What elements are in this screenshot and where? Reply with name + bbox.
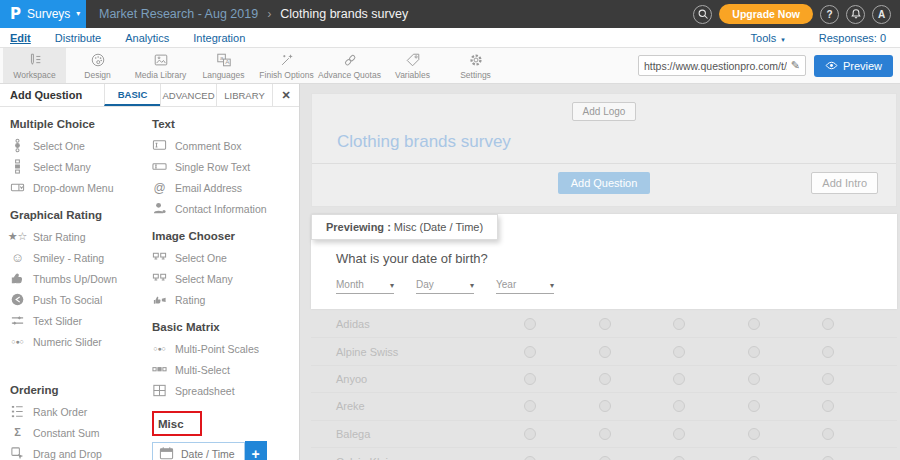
radio-button[interactable]: [673, 428, 685, 440]
add-intro-button[interactable]: Add Intro: [811, 172, 878, 194]
tab-library[interactable]: LIBRARY: [216, 84, 272, 106]
qtype-email-address[interactable]: @Email Address: [152, 177, 299, 198]
radio-button[interactable]: [524, 318, 536, 330]
share-url-field[interactable]: https://www.questionpro.com/t/APNrfZ ✎: [638, 55, 806, 76]
tab-edit[interactable]: Edit: [10, 31, 31, 44]
toolbar-media-library[interactable]: Media Library: [129, 48, 192, 83]
qtype-rank-order[interactable]: Rank Order: [10, 401, 138, 422]
radio-button[interactable]: [599, 373, 611, 385]
radio-button[interactable]: [673, 373, 685, 385]
qtype-multi-point-scales[interactable]: ○●○Multi-Point Scales: [152, 338, 299, 359]
qtype-contact-information[interactable]: Contact Information: [152, 198, 299, 219]
radio-button[interactable]: [822, 373, 834, 385]
brand-row-label: Areke: [311, 400, 493, 412]
radio-button[interactable]: [673, 318, 685, 330]
radio-button[interactable]: [748, 456, 760, 460]
radio-button[interactable]: [822, 400, 834, 412]
qtype-thumbs-up-down[interactable]: Thumbs Up/Down: [10, 268, 138, 289]
radio-button[interactable]: [822, 456, 834, 460]
edit-pencil-icon[interactable]: ✎: [791, 59, 800, 72]
qtype-dropdown-menu[interactable]: Drop-down Menu: [10, 177, 138, 198]
tab-analytics[interactable]: Analytics: [125, 31, 169, 44]
radio-button[interactable]: [524, 346, 536, 358]
qtype-single-row-text[interactable]: Single Row Text: [152, 156, 299, 177]
radio-button[interactable]: [748, 373, 760, 385]
thumb-icon: [10, 271, 25, 286]
matrix-cell: [568, 318, 643, 330]
qtype-text-slider[interactable]: Text Slider: [10, 310, 138, 331]
qtype-select-one[interactable]: Select One: [10, 135, 138, 156]
add-logo-button[interactable]: Add Logo: [572, 102, 637, 121]
toolbar-finish-options[interactable]: Finish Options: [255, 48, 318, 83]
single-row-icon: [152, 159, 167, 174]
qtype-image-select-many[interactable]: Select Many: [152, 268, 299, 289]
breadcrumb-separator-icon: ›: [267, 7, 271, 21]
radio-button[interactable]: [524, 428, 536, 440]
qtype-constant-sum[interactable]: ΣConstant Sum: [10, 422, 138, 443]
toolbar-advance-quotas[interactable]: Advance Quotas: [318, 48, 381, 83]
tab-advanced[interactable]: ADVANCED: [160, 84, 216, 106]
radio-button[interactable]: [822, 318, 834, 330]
qtype-image-rating[interactable]: Rating: [152, 289, 299, 310]
qtype-comment-box[interactable]: Comment Box: [152, 135, 299, 156]
toolbar-design[interactable]: Design: [66, 48, 129, 83]
qtype-date-time[interactable]: Date / Time: [152, 442, 245, 460]
close-icon[interactable]: ✕: [272, 84, 299, 106]
toolbar-languages[interactable]: Languages: [192, 48, 255, 83]
tools-menu[interactable]: Tools ▾: [751, 32, 785, 44]
nav-bar: Edit Distribute Analytics Integration To…: [0, 28, 900, 48]
radio-button[interactable]: [524, 400, 536, 412]
radio-button[interactable]: [599, 400, 611, 412]
radio-button[interactable]: [748, 346, 760, 358]
add-date-time-button[interactable]: +: [245, 441, 267, 460]
tab-distribute[interactable]: Distribute: [55, 31, 101, 44]
section-text: Text: [152, 118, 299, 130]
survey-header-section: Add Logo Clothing brands survey Add Ques…: [311, 93, 897, 207]
radio-button[interactable]: [599, 428, 611, 440]
upgrade-now-button[interactable]: Upgrade Now: [719, 4, 813, 24]
radio-button[interactable]: [524, 373, 536, 385]
radio-button[interactable]: [673, 456, 685, 460]
toolbar-variables[interactable]: Variables: [381, 48, 444, 83]
survey-title[interactable]: Clothing brands survey: [312, 121, 896, 163]
qtype-multi-select[interactable]: Multi-Select: [152, 359, 299, 380]
preview-button[interactable]: Preview: [814, 55, 893, 77]
radio-button[interactable]: [748, 428, 760, 440]
tab-integration[interactable]: Integration: [193, 31, 245, 44]
month-select[interactable]: Month▾: [336, 279, 394, 294]
matrix-cell: [642, 346, 717, 358]
avatar[interactable]: A: [872, 5, 891, 24]
responses-count[interactable]: Responses: 0: [819, 32, 886, 44]
add-question-button[interactable]: Add Question: [558, 172, 651, 194]
qtype-push-to-social[interactable]: Push To Social: [10, 289, 138, 310]
toolbar-workspace[interactable]: Workspace: [3, 48, 66, 83]
product-switcher[interactable]: P Surveys ▾: [0, 0, 86, 28]
radio-button[interactable]: [822, 428, 834, 440]
radio-button[interactable]: [599, 346, 611, 358]
section-misc: Misc: [158, 418, 184, 430]
radio-button[interactable]: [599, 318, 611, 330]
toolbar-settings[interactable]: Settings: [444, 48, 507, 83]
radio-button[interactable]: [673, 346, 685, 358]
qtype-spreadsheet[interactable]: Spreadsheet: [152, 380, 299, 401]
radio-button[interactable]: [524, 456, 536, 460]
qtype-image-select-one[interactable]: Select One: [152, 247, 299, 268]
qtype-smiley-rating[interactable]: ☺Smiley - Rating: [10, 247, 138, 268]
breadcrumb-parent[interactable]: Market Research - Aug 2019: [99, 7, 258, 21]
help-button[interactable]: ?: [820, 5, 839, 24]
radio-button[interactable]: [673, 400, 685, 412]
radio-button[interactable]: [822, 346, 834, 358]
qtype-select-many[interactable]: Select Many: [10, 156, 138, 177]
search-button[interactable]: [693, 5, 712, 24]
tab-basic[interactable]: BASIC: [104, 84, 160, 106]
qtype-drag-and-drop[interactable]: Drag and Drop: [10, 443, 138, 460]
matrix-cell: [642, 400, 717, 412]
notifications-button[interactable]: [846, 5, 865, 24]
radio-button[interactable]: [748, 318, 760, 330]
qtype-star-rating[interactable]: ★☆Star Rating: [10, 226, 138, 247]
year-select[interactable]: Year▾: [496, 279, 554, 294]
day-select[interactable]: Day▾: [416, 279, 474, 294]
qtype-numeric-slider[interactable]: ○●○Numeric Slider: [10, 331, 138, 352]
radio-button[interactable]: [748, 400, 760, 412]
radio-button[interactable]: [599, 456, 611, 460]
